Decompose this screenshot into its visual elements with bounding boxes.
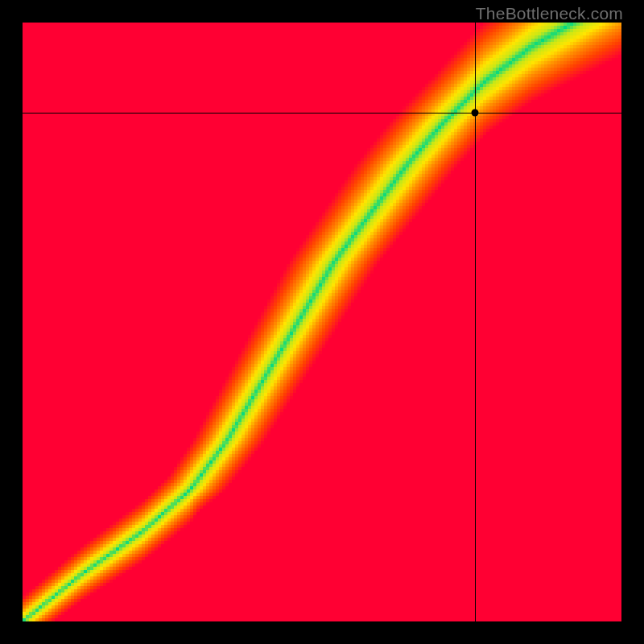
crosshair-horizontal [23,113,621,114]
marker-dot [472,109,479,117]
watermark-text: TheBottleneck.com [476,4,623,23]
chart-container: TheBottleneck.com [0,0,644,644]
